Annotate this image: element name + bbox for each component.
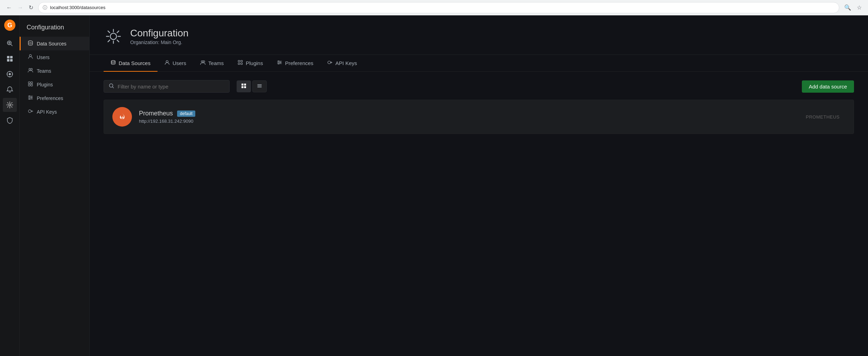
address-bar[interactable]: ⓘ localhost:3000/datasources: [38, 2, 839, 13]
svg-rect-27: [238, 60, 240, 62]
sidebar-item-datasources[interactable]: Data Sources: [20, 37, 89, 50]
search-toolbar: Add data source: [104, 80, 854, 93]
prometheus-icon-circle: [112, 107, 132, 127]
svg-point-42: [122, 118, 123, 119]
grid-view-button[interactable]: [237, 80, 251, 92]
svg-point-24: [166, 60, 168, 63]
tab-datasources[interactable]: Data Sources: [104, 55, 158, 72]
search-browser-button[interactable]: 🔍: [842, 3, 853, 12]
sub-sidebar-title: Configuration: [20, 21, 89, 37]
tab-apikeys[interactable]: API Keys: [320, 55, 364, 72]
svg-point-26: [203, 61, 205, 63]
tab-teams[interactable]: Teams: [193, 55, 231, 72]
sidebar-item-preferences[interactable]: Preferences: [20, 91, 89, 105]
svg-rect-14: [28, 82, 30, 84]
svg-rect-37: [244, 84, 246, 86]
grafana-logo[interactable]: G: [3, 18, 17, 32]
svg-point-34: [328, 61, 331, 64]
forward-button[interactable]: →: [15, 3, 25, 12]
svg-point-19: [31, 97, 32, 98]
svg-rect-4: [10, 56, 13, 58]
tab-teams-label: Teams: [208, 60, 224, 66]
ds-name-row: Prometheus default: [139, 110, 799, 117]
sidebar-item-users[interactable]: Users: [20, 50, 89, 64]
back-button[interactable]: ←: [4, 3, 14, 12]
sidebar-plugins-label: Plugins: [37, 82, 53, 87]
config-gear-icon: [104, 27, 123, 46]
sidebar-item-teams[interactable]: Teams: [20, 64, 89, 78]
datasource-type-label: PROMETHEUS: [806, 114, 845, 120]
browser-chrome: ← → ↻ ⓘ localhost:3000/datasources 🔍 ☆: [0, 0, 868, 15]
svg-rect-39: [244, 86, 246, 88]
view-toggle: [237, 80, 267, 92]
sidebar-shield[interactable]: [3, 113, 17, 127]
add-datasource-button[interactable]: Add data source: [802, 80, 854, 93]
list-view-button[interactable]: [252, 80, 267, 92]
svg-point-25: [201, 61, 203, 63]
svg-rect-36: [241, 84, 244, 86]
svg-point-35: [110, 84, 113, 87]
tab-plugins-icon: [238, 60, 243, 66]
tab-apikeys-label: API Keys: [335, 60, 357, 66]
tab-preferences[interactable]: Preferences: [270, 55, 320, 72]
svg-point-33: [278, 63, 279, 64]
tab-users-icon: [164, 60, 170, 66]
svg-rect-5: [7, 59, 9, 62]
sidebar-teams-label: Teams: [37, 68, 51, 74]
sidebar-configuration[interactable]: [3, 98, 17, 112]
config-title: Configuration: [130, 28, 189, 39]
sub-sidebar: Configuration Data Sources Users: [20, 15, 90, 356]
sidebar-search[interactable]: [3, 36, 17, 50]
tab-users-label: Users: [173, 60, 186, 66]
svg-point-13: [31, 69, 33, 70]
tabs-bar: Data Sources Users: [90, 55, 868, 72]
tab-apikeys-icon: [327, 60, 332, 66]
datasource-sidebar-icon: [28, 40, 33, 47]
svg-point-20: [29, 99, 30, 100]
tab-datasources-label: Data Sources: [119, 60, 150, 66]
svg-point-8: [9, 73, 11, 75]
sidebar-users-label: Users: [37, 55, 50, 60]
app-container: G: [0, 15, 868, 356]
svg-point-22: [110, 33, 117, 40]
sidebar-apikeys-label: API Keys: [37, 109, 57, 115]
svg-rect-38: [241, 86, 244, 88]
svg-text:G: G: [7, 22, 12, 29]
config-title-group: Configuration Organization: Main Org.: [130, 28, 189, 45]
search-box[interactable]: [104, 80, 230, 93]
svg-point-18: [29, 96, 30, 97]
sidebar-dashboards[interactable]: [3, 52, 17, 66]
left-sidebar: G: [0, 15, 20, 356]
search-magnify-icon: [109, 83, 114, 90]
svg-point-21: [28, 110, 31, 113]
tab-plugins[interactable]: Plugins: [231, 55, 270, 72]
reload-button[interactable]: ↻: [27, 3, 35, 12]
svg-point-32: [280, 62, 281, 63]
browser-nav: ← → ↻: [4, 3, 35, 12]
sidebar-explore[interactable]: [3, 67, 17, 81]
datasource-info: Prometheus default http://192.168.31.242…: [139, 110, 799, 124]
svg-point-40: [117, 112, 127, 122]
sidebar-datasources-label: Data Sources: [37, 41, 66, 47]
search-input[interactable]: [118, 84, 224, 90]
datasource-url: http://192.168.31.242:9090: [139, 119, 799, 124]
url-text: localhost:3000/datasources: [50, 5, 835, 10]
content-area: Add data source Prometheus: [90, 72, 868, 142]
svg-rect-6: [10, 59, 13, 62]
svg-rect-29: [238, 63, 240, 65]
svg-point-9: [9, 104, 11, 106]
tab-teams-icon: [200, 60, 205, 66]
tab-users[interactable]: Users: [158, 55, 193, 72]
tab-preferences-label: Preferences: [285, 60, 313, 66]
tab-plugins-label: Plugins: [246, 60, 263, 66]
sidebar-preferences-label: Preferences: [37, 95, 63, 101]
datasource-badge: default: [177, 111, 195, 117]
svg-point-11: [29, 55, 31, 57]
sidebar-alerts[interactable]: [3, 83, 17, 97]
datasource-card[interactable]: Prometheus default http://192.168.31.242…: [104, 100, 854, 134]
sidebar-item-apikeys[interactable]: API Keys: [20, 105, 89, 119]
sidebar-item-plugins[interactable]: Plugins: [20, 78, 89, 91]
config-header: Configuration Organization: Main Org.: [90, 15, 868, 55]
bookmark-button[interactable]: ☆: [855, 3, 864, 12]
svg-point-31: [278, 61, 279, 62]
